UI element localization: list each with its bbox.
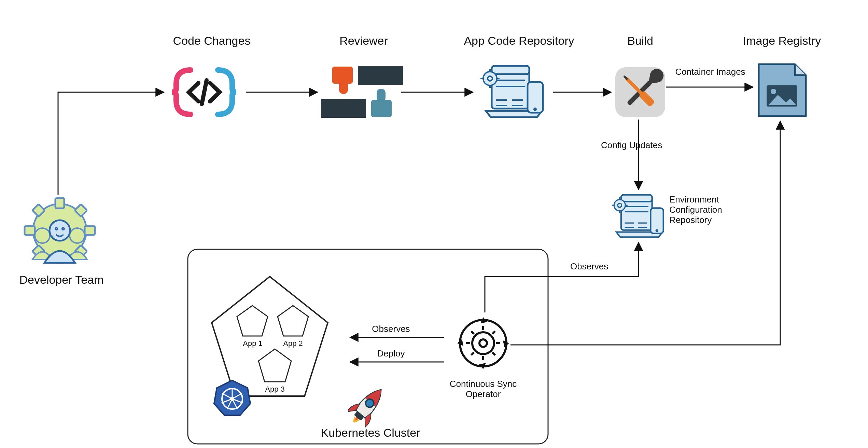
continuous-sync-icon <box>456 316 510 374</box>
svg-rect-15 <box>352 66 403 85</box>
developer-team-icon <box>20 196 99 268</box>
continuous-sync-l1: Continuous Sync <box>450 379 517 389</box>
svg-rect-4 <box>25 226 35 235</box>
svg-line-68 <box>492 331 495 334</box>
svg-line-70 <box>492 352 495 355</box>
build-icon <box>615 67 666 118</box>
env-config-repo-l2: Configuration <box>669 205 722 215</box>
label-developer-team: Developer Team <box>7 273 116 286</box>
svg-point-11 <box>70 228 85 243</box>
edge-observes-apps: Observes <box>364 324 418 334</box>
svg-point-81 <box>230 397 234 401</box>
label-reviewer: Reviewer <box>330 34 398 47</box>
svg-point-10 <box>35 228 50 243</box>
svg-rect-2 <box>55 198 64 208</box>
svg-rect-22 <box>377 89 386 102</box>
svg-rect-19 <box>321 99 372 118</box>
label-app1: App 1 <box>241 339 265 348</box>
svg-line-69 <box>471 352 474 355</box>
env-config-repo-l1: Environment <box>669 194 719 205</box>
label-image-registry: Image Registry <box>724 34 840 47</box>
label-app2: App 2 <box>281 339 305 348</box>
app-code-repo-icon <box>480 60 548 121</box>
svg-point-38 <box>533 108 537 111</box>
diagram-canvas: Code Changes Reviewer App Code Repositor… <box>0 0 868 448</box>
label-code-changes: Code Changes <box>157 34 266 47</box>
env-config-repo-icon <box>611 190 668 241</box>
svg-line-67 <box>471 331 474 334</box>
svg-rect-24 <box>492 66 529 74</box>
label-env-config-repo: Environment Configuration Repository <box>669 195 744 225</box>
svg-point-54 <box>614 200 625 211</box>
rocket-icon <box>348 382 386 430</box>
svg-point-31 <box>483 72 497 85</box>
label-app-code-repo: App Code Repository <box>451 34 587 47</box>
continuous-sync-l2: Operator <box>466 389 501 399</box>
svg-rect-18 <box>339 81 348 94</box>
edge-observes-env: Observes <box>570 261 625 272</box>
label-continuous-sync: Continuous Sync Operator <box>435 379 531 400</box>
image-registry-icon <box>755 61 809 120</box>
svg-rect-47 <box>621 195 652 202</box>
svg-rect-5 <box>85 226 95 235</box>
svg-point-62 <box>472 332 494 354</box>
code-changes-icon <box>170 61 238 123</box>
edge-container-images: Container Images <box>669 67 751 77</box>
reviewer-icon <box>319 60 405 125</box>
svg-point-61 <box>656 229 658 232</box>
svg-point-12 <box>50 220 70 241</box>
label-build: Build <box>615 34 666 47</box>
edge-deploy: Deploy <box>364 348 418 359</box>
env-config-repo-l3: Repository <box>669 215 712 225</box>
svg-rect-21 <box>371 100 392 117</box>
label-app3: App 3 <box>263 385 287 394</box>
edge-config-updates: Config Updates <box>601 140 680 151</box>
svg-point-45 <box>771 89 776 94</box>
kubernetes-icon <box>213 379 251 417</box>
